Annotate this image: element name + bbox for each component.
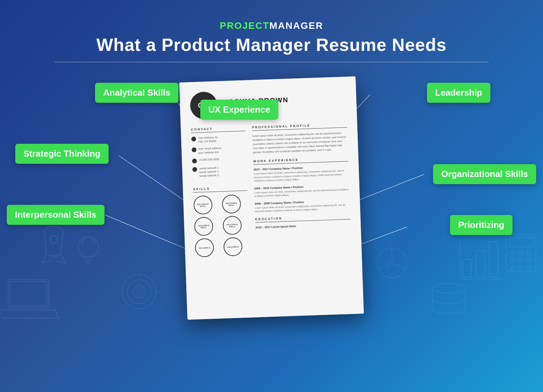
work-entry-1: 2010 – 2017 Company Name / Position Lore… xyxy=(254,165,349,183)
skill-circle-3: VALUABLESKILL xyxy=(194,217,213,236)
badge-ux-experience: UX Experience xyxy=(200,100,278,120)
brand-logo: PROJECTMANAGER xyxy=(0,20,543,31)
contact-email: your email addressyour website link xyxy=(192,145,246,155)
profile-text: Lorem ipsum dolor sit amet, consectetur … xyxy=(252,131,348,155)
badge-leadership: Leadership xyxy=(427,83,490,103)
contact-phone: +0.000.000.0000 xyxy=(192,156,246,163)
edu-title: 2010 – 2017 Lorem Ipsum Dolor xyxy=(256,222,351,229)
resume-left-column: CONTACT Your Address St.City, CA 00000 y… xyxy=(191,126,250,258)
skill-circle-6: VALUABLE xyxy=(223,237,243,256)
contact-icon-address xyxy=(191,137,196,141)
contact-address: Your Address St.City, CA 00000 xyxy=(191,135,246,144)
brand-project: PROJECT xyxy=(220,20,269,31)
skill-circle-5: VALUABLE xyxy=(195,238,214,257)
badge-analytical-skills: Analytical Skills xyxy=(95,83,179,103)
contact-icon-social xyxy=(192,167,197,172)
work-section-title: WORK EXPERIENCE xyxy=(253,156,348,165)
contact-icon-email xyxy=(192,148,196,152)
infographic-area: Analytical Skills UX Experience Leadersh… xyxy=(0,73,543,361)
resume-body: CONTACT Your Address St.City, CA 00000 y… xyxy=(191,122,352,257)
work-entry-2: 2009 – 2010 Company Name / Position Lore… xyxy=(254,183,350,198)
resume-right-column: PROFESSIONAL PROFILE Lorem ipsum dolor s… xyxy=(252,122,352,255)
skill-circle-4: VALUABLESKILL xyxy=(223,216,242,235)
work-entry-3: 2008 – 2009 Company Name / Position Lore… xyxy=(255,199,350,213)
badge-strategic-thinking: Strategic Thinking xyxy=(15,144,109,164)
skill-circle-2: VALUABLESKILL xyxy=(222,194,241,214)
contact-section-title: CONTACT xyxy=(191,126,245,133)
skills-grid: VALUABLESKILL VALUABLESKILL VALUABLESKIL… xyxy=(193,194,250,257)
contact-icon-phone xyxy=(192,158,197,163)
skills-section-title: SKILLS xyxy=(193,186,247,193)
header: PROJECTMANAGER What a Product Manager Re… xyxy=(0,0,543,62)
header-divider xyxy=(54,62,489,62)
contact-social: social network 1social network 2social n… xyxy=(192,165,247,178)
skill-circle-1: VALUABLESKILL xyxy=(193,195,213,215)
page-title: What a Product Manager Resume Needs xyxy=(0,35,543,55)
work-desc-1: Lorem ipsum dolor sit amet, consectetur … xyxy=(254,169,349,183)
education-section-title: EDUCATION xyxy=(255,214,350,222)
brand-manager: MANAGER xyxy=(269,20,323,31)
education-entry: 2010 – 2017 Lorem Ipsum Dolor xyxy=(256,222,351,229)
badge-interpersonal-skills: Interpersonal Skills xyxy=(7,205,105,225)
badge-organizational-skills: Organizational Skills xyxy=(433,164,536,184)
profile-section-title: PROFESSIONAL PROFILE xyxy=(252,122,347,131)
badge-prioritizing: Prioritizing xyxy=(450,215,512,235)
